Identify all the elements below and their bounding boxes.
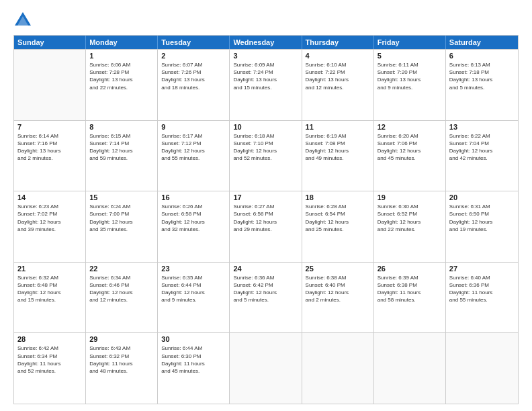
calendar-cell: 7Sunrise: 6:14 AM Sunset: 7:16 PM Daylig… (14, 121, 86, 191)
calendar-cell: 14Sunrise: 6:23 AM Sunset: 7:02 PM Dayli… (14, 191, 86, 262)
calendar-cell: 12Sunrise: 6:20 AM Sunset: 7:06 PM Dayli… (374, 121, 446, 191)
calendar-header-cell: Tuesday (158, 36, 230, 49)
cell-date: 13 (449, 123, 515, 131)
calendar-cell: 13Sunrise: 6:22 AM Sunset: 7:04 PM Dayli… (446, 121, 518, 191)
calendar-cell: 25Sunrise: 6:38 AM Sunset: 6:40 PM Dayli… (302, 263, 374, 333)
cell-date: 5 (378, 52, 442, 60)
cell-info: Sunrise: 6:36 AM Sunset: 6:42 PM Dayligh… (233, 274, 298, 304)
cell-date: 15 (89, 193, 154, 201)
calendar-cell: 2Sunrise: 6:07 AM Sunset: 7:26 PM Daylig… (158, 50, 230, 120)
cell-info: Sunrise: 6:18 AM Sunset: 7:10 PM Dayligh… (233, 132, 298, 163)
cell-info: Sunrise: 6:39 AM Sunset: 6:38 PM Dayligh… (378, 274, 442, 304)
cell-date: 2 (161, 52, 226, 60)
cell-info: Sunrise: 6:34 AM Sunset: 6:46 PM Dayligh… (89, 274, 154, 304)
cell-info: Sunrise: 6:20 AM Sunset: 7:06 PM Dayligh… (378, 132, 442, 163)
calendar-cell: 30Sunrise: 6:44 AM Sunset: 6:30 PM Dayli… (158, 333, 230, 404)
cell-date: 23 (161, 265, 226, 273)
cell-info: Sunrise: 6:11 AM Sunset: 7:20 PM Dayligh… (378, 61, 442, 91)
cell-info: Sunrise: 6:06 AM Sunset: 7:28 PM Dayligh… (89, 61, 154, 91)
cell-date: 20 (449, 193, 515, 201)
calendar-header-cell: Sunday (14, 36, 86, 49)
calendar-cell: 28Sunrise: 6:42 AM Sunset: 6:34 PM Dayli… (14, 333, 86, 404)
cell-date: 21 (17, 265, 82, 273)
cell-info: Sunrise: 6:26 AM Sunset: 6:58 PM Dayligh… (161, 203, 226, 233)
calendar-row: 7Sunrise: 6:14 AM Sunset: 7:16 PM Daylig… (14, 120, 518, 191)
cell-info: Sunrise: 6:32 AM Sunset: 6:48 PM Dayligh… (17, 274, 82, 304)
calendar-cell: 10Sunrise: 6:18 AM Sunset: 7:10 PM Dayli… (230, 121, 302, 191)
calendar: SundayMondayTuesdayWednesdayThursdayFrid… (13, 35, 519, 404)
calendar-body: 1Sunrise: 6:06 AM Sunset: 7:28 PM Daylig… (14, 49, 518, 404)
cell-date: 4 (306, 52, 370, 60)
cell-info: Sunrise: 6:30 AM Sunset: 6:52 PM Dayligh… (378, 203, 442, 233)
cell-date: 6 (449, 52, 515, 60)
cell-info: Sunrise: 6:10 AM Sunset: 7:22 PM Dayligh… (306, 61, 370, 91)
cell-date: 9 (161, 123, 226, 131)
cell-info: Sunrise: 6:23 AM Sunset: 7:02 PM Dayligh… (17, 203, 82, 233)
cell-info: Sunrise: 6:22 AM Sunset: 7:04 PM Dayligh… (449, 132, 515, 163)
calendar-header-cell: Friday (374, 36, 446, 49)
calendar-row: 21Sunrise: 6:32 AM Sunset: 6:48 PM Dayli… (14, 262, 518, 333)
calendar-cell: 4Sunrise: 6:10 AM Sunset: 7:22 PM Daylig… (302, 50, 374, 120)
cell-info: Sunrise: 6:28 AM Sunset: 6:54 PM Dayligh… (306, 203, 370, 233)
calendar-cell: 16Sunrise: 6:26 AM Sunset: 6:58 PM Dayli… (158, 191, 230, 262)
calendar-header: SundayMondayTuesdayWednesdayThursdayFrid… (14, 36, 518, 49)
calendar-cell: 24Sunrise: 6:36 AM Sunset: 6:42 PM Dayli… (230, 263, 302, 333)
cell-date: 10 (233, 123, 298, 131)
cell-info: Sunrise: 6:40 AM Sunset: 6:36 PM Dayligh… (449, 274, 515, 304)
cell-date: 16 (161, 193, 226, 201)
logo (13, 11, 35, 30)
calendar-cell: 9Sunrise: 6:17 AM Sunset: 7:12 PM Daylig… (158, 121, 230, 191)
calendar-cell: 29Sunrise: 6:43 AM Sunset: 6:32 PM Dayli… (86, 333, 158, 404)
page: SundayMondayTuesdayWednesdayThursdayFrid… (0, 0, 532, 411)
cell-date: 17 (233, 193, 298, 201)
calendar-cell: 27Sunrise: 6:40 AM Sunset: 6:36 PM Dayli… (446, 263, 518, 333)
calendar-cell: 15Sunrise: 6:24 AM Sunset: 7:00 PM Dayli… (86, 191, 158, 262)
calendar-cell: 19Sunrise: 6:30 AM Sunset: 6:52 PM Dayli… (374, 191, 446, 262)
calendar-cell: 26Sunrise: 6:39 AM Sunset: 6:38 PM Dayli… (374, 263, 446, 333)
calendar-row: 1Sunrise: 6:06 AM Sunset: 7:28 PM Daylig… (14, 49, 518, 120)
calendar-cell: 21Sunrise: 6:32 AM Sunset: 6:48 PM Dayli… (14, 263, 86, 333)
cell-date: 22 (89, 265, 154, 273)
cell-info: Sunrise: 6:09 AM Sunset: 7:24 PM Dayligh… (233, 61, 298, 91)
calendar-cell (14, 50, 86, 120)
calendar-cell: 20Sunrise: 6:31 AM Sunset: 6:50 PM Dayli… (446, 191, 518, 262)
calendar-cell (374, 333, 446, 404)
cell-info: Sunrise: 6:13 AM Sunset: 7:18 PM Dayligh… (449, 61, 515, 91)
cell-info: Sunrise: 6:14 AM Sunset: 7:16 PM Dayligh… (17, 132, 82, 163)
calendar-cell (446, 333, 518, 404)
cell-info: Sunrise: 6:42 AM Sunset: 6:34 PM Dayligh… (17, 345, 82, 375)
calendar-cell: 5Sunrise: 6:11 AM Sunset: 7:20 PM Daylig… (374, 50, 446, 120)
cell-date: 19 (378, 193, 442, 201)
cell-date: 14 (17, 193, 82, 201)
calendar-header-cell: Saturday (446, 36, 518, 49)
cell-date: 18 (306, 193, 370, 201)
calendar-header-cell: Thursday (302, 36, 374, 49)
cell-info: Sunrise: 6:44 AM Sunset: 6:30 PM Dayligh… (161, 345, 226, 375)
cell-info: Sunrise: 6:38 AM Sunset: 6:40 PM Dayligh… (306, 274, 370, 304)
cell-info: Sunrise: 6:19 AM Sunset: 7:08 PM Dayligh… (306, 132, 370, 163)
calendar-header-cell: Monday (86, 36, 158, 49)
cell-date: 29 (89, 335, 154, 343)
cell-date: 7 (17, 123, 82, 131)
calendar-cell: 1Sunrise: 6:06 AM Sunset: 7:28 PM Daylig… (86, 50, 158, 120)
logo-icon (13, 11, 32, 30)
cell-info: Sunrise: 6:43 AM Sunset: 6:32 PM Dayligh… (89, 345, 154, 375)
cell-date: 11 (306, 123, 370, 131)
cell-info: Sunrise: 6:24 AM Sunset: 7:00 PM Dayligh… (89, 203, 154, 233)
cell-info: Sunrise: 6:27 AM Sunset: 6:56 PM Dayligh… (233, 203, 298, 233)
calendar-cell: 11Sunrise: 6:19 AM Sunset: 7:08 PM Dayli… (302, 121, 374, 191)
calendar-cell: 23Sunrise: 6:35 AM Sunset: 6:44 PM Dayli… (158, 263, 230, 333)
calendar-row: 28Sunrise: 6:42 AM Sunset: 6:34 PM Dayli… (14, 332, 518, 404)
cell-date: 8 (89, 123, 154, 131)
calendar-cell (302, 333, 374, 404)
calendar-cell: 8Sunrise: 6:15 AM Sunset: 7:14 PM Daylig… (86, 121, 158, 191)
cell-info: Sunrise: 6:17 AM Sunset: 7:12 PM Dayligh… (161, 132, 226, 163)
cell-date: 27 (449, 265, 515, 273)
cell-info: Sunrise: 6:07 AM Sunset: 7:26 PM Dayligh… (161, 61, 226, 91)
cell-info: Sunrise: 6:31 AM Sunset: 6:50 PM Dayligh… (449, 203, 515, 233)
cell-date: 1 (89, 52, 154, 60)
calendar-header-cell: Wednesday (230, 36, 302, 49)
calendar-row: 14Sunrise: 6:23 AM Sunset: 7:02 PM Dayli… (14, 191, 518, 262)
calendar-cell: 18Sunrise: 6:28 AM Sunset: 6:54 PM Dayli… (302, 191, 374, 262)
calendar-cell (230, 333, 302, 404)
